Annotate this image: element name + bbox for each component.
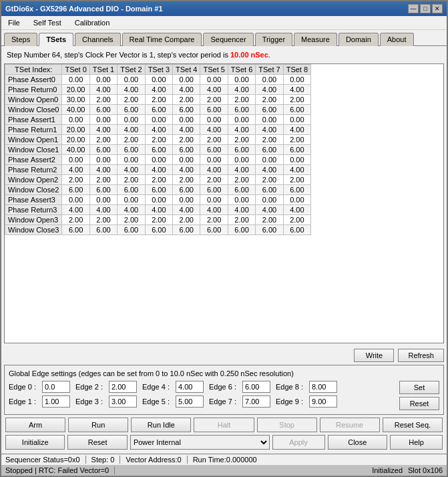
menu-calibration[interactable]: Calibration	[71, 17, 114, 28]
row-cell: 2.00	[145, 135, 172, 145]
tab-domain[interactable]: Domain	[339, 33, 379, 46]
edge1-input[interactable]	[42, 395, 70, 408]
menu-bar: File Self Test Calibration	[1, 16, 447, 30]
row-label: Phase Return1	[5, 125, 62, 135]
edge8-input[interactable]	[309, 381, 337, 393]
apply-button[interactable]: Apply	[272, 435, 325, 450]
maximize-button[interactable]: □	[420, 4, 431, 13]
row-cell: 4.00	[256, 205, 283, 215]
minimize-button[interactable]: —	[408, 4, 419, 13]
row-cell: 4.00	[256, 165, 283, 175]
edge7-input[interactable]	[242, 395, 270, 408]
write-refresh-row: Write Refresh	[4, 346, 444, 365]
edge6-input[interactable]	[242, 381, 270, 393]
reset-seq-button[interactable]: Reset Seq.	[383, 418, 443, 432]
edge0-input[interactable]	[42, 381, 70, 393]
table-row: Phase Assert10.000.000.000.000.000.000.0…	[5, 115, 311, 125]
row-cell: 0.00	[256, 115, 283, 125]
edge9-input[interactable]	[309, 395, 337, 408]
row-cell: 6.00	[118, 105, 145, 115]
help-button[interactable]: Help	[390, 435, 443, 450]
col-header-tset5: TSet 5	[200, 65, 228, 75]
row-label: Phase Assert2	[5, 155, 62, 165]
row-cell: 2.00	[256, 175, 283, 185]
tab-steps[interactable]: Steps	[4, 33, 37, 46]
run-button[interactable]: Run	[68, 418, 128, 432]
menu-selftest[interactable]: Self Test	[29, 17, 65, 28]
row-cell: 4.00	[228, 125, 255, 135]
resume-button[interactable]: Resume	[320, 418, 380, 432]
row-cell: 2.00	[89, 135, 117, 145]
arm-button[interactable]: Arm	[5, 418, 65, 432]
row-cell: 6.00	[145, 105, 172, 115]
halt-button[interactable]: Halt	[194, 418, 254, 432]
row-cell: 2.00	[228, 95, 255, 105]
row-cell: 20.00	[62, 135, 89, 145]
row-cell: 0.00	[200, 195, 228, 205]
row-cell: 0.00	[200, 155, 228, 165]
col-header-index: TSet Index:	[5, 65, 62, 75]
row-cell: 6.00	[89, 145, 117, 155]
row-label: Window Open2	[5, 175, 62, 185]
row-cell: 6.00	[200, 145, 228, 155]
row-cell: 4.00	[283, 205, 310, 215]
row-cell: 6.00	[89, 225, 117, 235]
row-label: Phase Assert3	[5, 195, 62, 205]
run-idle-button[interactable]: Run Idle	[131, 418, 191, 432]
table-row: Phase Return020.004.004.004.004.004.004.…	[5, 85, 311, 95]
edge4-input[interactable]	[176, 381, 204, 393]
edge5-input[interactable]	[176, 395, 204, 408]
refresh-button[interactable]: Refresh	[398, 349, 444, 362]
row-label: Window Open1	[5, 135, 62, 145]
row-cell: 2.00	[62, 215, 89, 225]
row-cell: 0.00	[283, 155, 310, 165]
power-dropdown[interactable]: Power Internal	[130, 435, 270, 450]
tab-sequencer[interactable]: Sequencer	[203, 33, 253, 46]
row-cell: 0.00	[89, 155, 117, 165]
tab-measure[interactable]: Measure	[294, 33, 337, 46]
row-cell: 0.00	[118, 195, 145, 205]
row-cell: 0.00	[89, 115, 117, 125]
table-row: Window Open22.002.002.002.002.002.002.00…	[5, 175, 311, 185]
row-cell: 0.00	[145, 155, 172, 165]
table-wrapper[interactable]: TSet Index: TSet 0 TSet 1 TSet 2 TSet 3 …	[5, 64, 443, 343]
edge2-label: Edge 2 :	[75, 383, 103, 391]
initialize-button[interactable]: Initialize	[5, 435, 65, 450]
tab-channels[interactable]: Channels	[75, 33, 120, 46]
tset-table: TSet Index: TSet 0 TSet 1 TSet 2 TSet 3 …	[5, 64, 311, 235]
row-cell: 6.00	[228, 105, 255, 115]
row-cell: 0.00	[118, 155, 145, 165]
tab-about[interactable]: About	[380, 33, 414, 46]
col-header-tset4: TSet 4	[173, 65, 200, 75]
row-cell: 4.00	[62, 165, 89, 175]
write-button[interactable]: Write	[354, 349, 394, 362]
row-cell: 0.00	[200, 75, 228, 85]
tab-trigger[interactable]: Trigger	[255, 33, 292, 46]
tab-realtimecompare[interactable]: Real Time Compare	[122, 33, 202, 46]
info-bar: Step Number 64, step's Clock Per Vector …	[4, 49, 444, 61]
row-cell: 0.00	[145, 75, 172, 85]
row-cell: 0.00	[118, 115, 145, 125]
row-label: Phase Return3	[5, 205, 62, 215]
table-row: Phase Return120.004.004.004.004.004.004.…	[5, 125, 311, 135]
tab-tsets[interactable]: TSets	[39, 33, 73, 46]
row-cell: 0.00	[173, 195, 200, 205]
reset-edge-button[interactable]: Reset	[399, 397, 439, 410]
table-row: Phase Assert00.000.000.000.000.000.000.0…	[5, 75, 311, 85]
reset-button[interactable]: Reset	[67, 435, 127, 450]
row-cell: 0.00	[256, 75, 283, 85]
row-cell: 4.00	[173, 165, 200, 175]
close-button-bottom[interactable]: Close	[328, 435, 387, 450]
close-button[interactable]: ✕	[432, 4, 443, 13]
row-label: Window Open3	[5, 215, 62, 225]
menu-file[interactable]: File	[4, 17, 24, 28]
set-button[interactable]: Set	[399, 381, 439, 394]
edge-row-1: Edge 1 : Edge 3 : Edge 5 : Edge 7 : Edge…	[9, 395, 394, 408]
row-cell: 0.00	[228, 155, 255, 165]
row-cell: 6.00	[62, 225, 89, 235]
row-cell: 6.00	[89, 185, 117, 195]
row-cell: 6.00	[228, 145, 255, 155]
edge3-input[interactable]	[109, 395, 137, 408]
stop-button[interactable]: Stop	[257, 418, 317, 432]
edge2-input[interactable]	[109, 381, 137, 393]
